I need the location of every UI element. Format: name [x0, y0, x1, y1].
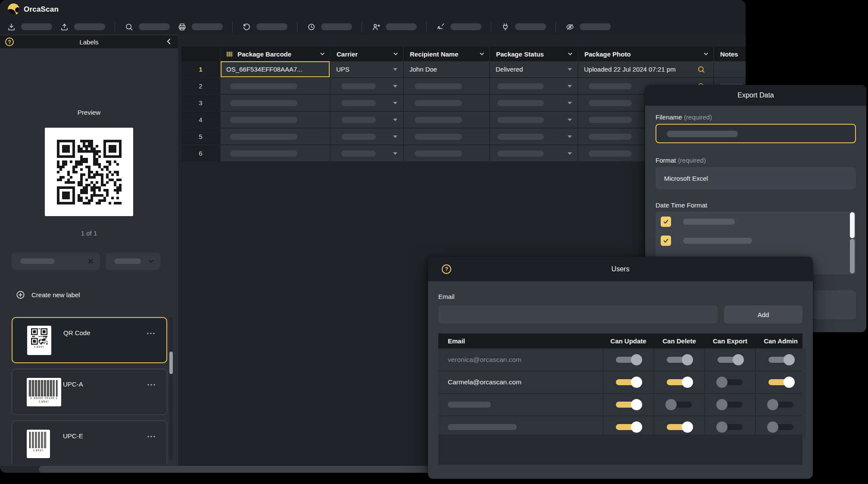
brand-name: OrcaScan — [24, 5, 59, 14]
format-select[interactable]: Microsoft Excel — [656, 167, 856, 189]
photo-zoom-icon[interactable] — [697, 65, 706, 74]
column-header-package-status[interactable]: Package Status — [490, 47, 578, 61]
filename-input[interactable] — [656, 124, 856, 143]
cell-r3-c2[interactable] — [404, 95, 489, 111]
column-header-recipient-name[interactable]: Recipient Name — [404, 47, 489, 61]
cell-r1-c5[interactable] — [714, 61, 746, 77]
toolbar-divider — [556, 21, 556, 32]
barcode-stripes — [29, 432, 47, 448]
cell-r4-c2[interactable] — [404, 112, 489, 128]
cell-r6-c3[interactable] — [490, 145, 578, 161]
permission-toggle-on[interactable] — [616, 402, 641, 408]
cell-r4-c1[interactable] — [331, 112, 403, 128]
labels-sidebar: ? Labels Preview 1 of 1 — [0, 35, 178, 466]
label-list-item-upc-e[interactable]: LabelUPC-E — [12, 421, 167, 464]
label-menu-button[interactable] — [146, 431, 156, 442]
refresh-tool[interactable] — [242, 22, 287, 31]
label-menu-button[interactable] — [146, 380, 156, 390]
cell-r6-c2[interactable] — [404, 145, 489, 161]
cell-r5-c2[interactable] — [404, 129, 489, 145]
collapse-sidebar-button[interactable] — [164, 37, 174, 46]
plug-tool[interactable] — [501, 22, 546, 31]
cell-r3-c3[interactable] — [490, 95, 578, 111]
list-scrollbar[interactable] — [850, 212, 855, 273]
email-input[interactable] — [438, 305, 718, 324]
thumbnail-caption: Label — [39, 400, 49, 403]
permission-toggle-off[interactable] — [718, 379, 743, 385]
print-tool[interactable] — [178, 22, 223, 31]
clear-icon[interactable] — [87, 257, 95, 265]
cell-placeholder — [230, 134, 297, 140]
cell-r2-c0[interactable] — [221, 78, 330, 94]
cell-r6-c0[interactable] — [221, 145, 330, 161]
permission-toggle-on[interactable] — [616, 424, 641, 430]
permission-toggle-disabled — [616, 357, 641, 363]
row-number[interactable]: 6 — [181, 145, 220, 161]
row-number[interactable]: 5 — [181, 129, 220, 145]
row-number[interactable]: 3 — [181, 95, 220, 111]
column-header-notes[interactable]: Notes — [714, 47, 746, 61]
checkbox-checked[interactable] — [661, 236, 671, 246]
permission-toggle-off[interactable] — [718, 424, 743, 430]
scrollbar-track[interactable] — [169, 317, 173, 460]
permission-toggle-off[interactable] — [768, 424, 793, 430]
cell-r2-c2[interactable] — [404, 78, 489, 94]
cell-r2-c3[interactable] — [490, 78, 578, 94]
cell-r3-c1[interactable] — [331, 95, 403, 111]
permission-toggle-off[interactable] — [768, 402, 793, 408]
row-number[interactable]: 1 — [181, 61, 220, 77]
cell-r4-c0[interactable] — [221, 112, 330, 128]
label-thumbnail: Label — [27, 326, 51, 355]
permission-toggle-off[interactable] — [667, 402, 692, 408]
create-new-label-button[interactable]: Create new label — [16, 290, 80, 300]
label-filter-dropdown[interactable] — [106, 253, 160, 270]
cell-r5-c1[interactable] — [331, 129, 403, 145]
help-icon[interactable]: ? — [442, 264, 451, 274]
row-number[interactable]: 4 — [181, 112, 220, 128]
cell-r1-c1[interactable]: UPS — [331, 61, 403, 77]
label-menu-button[interactable] — [146, 328, 156, 339]
toolbar-divider — [297, 21, 297, 32]
permission-toggle-on[interactable] — [616, 379, 641, 385]
history-tool[interactable] — [307, 22, 352, 31]
search-tool[interactable] — [125, 22, 170, 31]
label-list-item-upc-a[interactable]: 0 36000 29145 2LabelUPC-A — [12, 369, 167, 415]
cell-r1-c0[interactable]: OS_66F534EFF08AAA7... — [221, 61, 330, 77]
download-tool[interactable] — [7, 22, 52, 31]
cell-r1-c2[interactable]: John Doe — [404, 61, 489, 77]
toolbar-divider — [362, 21, 362, 32]
cell-r5-c0[interactable] — [221, 129, 330, 145]
cell-r5-c3[interactable] — [490, 129, 578, 145]
scrollbar-thumb[interactable] — [169, 352, 173, 374]
checkbox-checked[interactable] — [661, 217, 671, 227]
label-list-item-qr-code[interactable]: LabelQR Code — [12, 317, 167, 363]
row-number[interactable]: 2 — [181, 78, 220, 94]
label-search-field[interactable] — [12, 253, 100, 270]
cell-r6-c1[interactable] — [331, 145, 403, 161]
cell-r2-c1[interactable] — [331, 78, 403, 94]
scrollbar-thumb[interactable] — [850, 212, 855, 238]
permission-toggle-on[interactable] — [667, 424, 692, 430]
signature-tool[interactable] — [436, 22, 481, 31]
cell-r1-c3[interactable]: Delivered — [490, 61, 578, 77]
permission-toggle-on[interactable] — [667, 379, 692, 385]
add-user-tool[interactable] — [372, 22, 417, 31]
cell-r3-c0[interactable] — [221, 95, 330, 111]
dropdown-arrow-icon — [568, 152, 572, 155]
brand[interactable]: OrcaScan — [8, 3, 59, 15]
format-value: Microsoft Excel — [664, 175, 708, 182]
label-list: LabelUPC-E0 36000 29145 2LabelUPC-ALabel… — [0, 315, 178, 464]
hide-columns-tool[interactable] — [565, 22, 611, 31]
cell-r1-c4[interactable]: Uploaded 22 Jul 2024 07:21 pm — [578, 61, 713, 77]
toolbar — [7, 20, 611, 34]
column-header-package-photo[interactable]: Package Photo — [578, 47, 713, 61]
datetime-option-row — [661, 236, 752, 246]
dropdown-arrow-icon — [393, 135, 397, 138]
add-user-button[interactable]: Add — [724, 305, 802, 324]
permission-toggle-on[interactable] — [768, 379, 793, 385]
column-header-carrier[interactable]: Carrier — [331, 47, 403, 61]
permission-toggle-off[interactable] — [718, 402, 743, 408]
column-header-package-barcode[interactable]: Package Barcode — [221, 47, 330, 61]
cell-r4-c3[interactable] — [490, 112, 578, 128]
upload-tool[interactable] — [60, 22, 105, 31]
